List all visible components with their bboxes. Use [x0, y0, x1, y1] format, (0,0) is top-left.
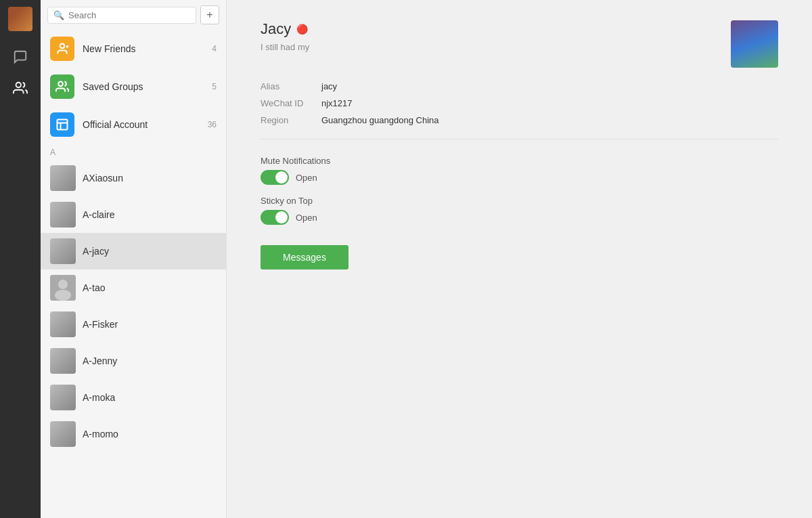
info-section: Alias jacy WeChat ID njx1217 Region Guan… [261, 81, 778, 139]
official-account-icon [50, 112, 74, 137]
contact-panel: 🔍 + New Friends 4 Saved Groups 5 [41, 0, 227, 518]
contact-name-afisker: A-Fisker [83, 319, 118, 330]
profile-photo [731, 20, 778, 68]
mute-toggle-switch[interactable] [261, 170, 289, 185]
contact-item-aclaire[interactable]: A-claire [41, 196, 226, 233]
sticky-title: Sticky on Top [261, 196, 778, 206]
avatar-axiaosun [50, 165, 76, 191]
saved-groups-icon [50, 74, 74, 99]
mute-toggle-inner: Open [261, 170, 778, 185]
saved-groups-badge: 5 [212, 82, 217, 91]
region-value: Guangzhou guangdong China [321, 115, 438, 125]
toggle-section: Mute Notifications Open Sticky on Top Op… [261, 156, 778, 225]
alias-value: jacy [321, 81, 337, 91]
svg-point-4 [58, 82, 63, 87]
mute-title: Mute Notifications [261, 156, 778, 166]
new-friends-item[interactable]: New Friends 4 [41, 30, 226, 68]
add-button[interactable]: + [200, 5, 219, 24]
svg-rect-5 [58, 120, 68, 130]
search-input-wrap[interactable]: 🔍 [47, 7, 196, 24]
contact-item-axiaosun[interactable]: AXiaosun [41, 160, 226, 196]
svg-point-9 [58, 280, 68, 289]
chat-nav-button[interactable] [8, 45, 32, 69]
official-account-badge: 36 [208, 120, 217, 129]
svg-point-10 [55, 290, 71, 301]
region-row: Region Guangzhou guangdong China [261, 115, 778, 125]
alias-label: Alias [261, 81, 321, 91]
saved-groups-label: Saved Groups [83, 81, 204, 92]
svg-point-1 [60, 44, 65, 49]
avatar-atao [50, 275, 76, 301]
avatar-aclaire [50, 202, 76, 228]
official-account-item[interactable]: Official Account 36 [41, 106, 226, 144]
contact-item-amoka[interactable]: A-moka [41, 379, 226, 416]
new-friends-badge: 4 [212, 44, 217, 53]
new-friends-icon [50, 37, 74, 61]
search-icon: 🔍 [53, 10, 64, 20]
contact-item-ajacy[interactable]: A-jacy [41, 233, 226, 269]
profile-name-row: Jacy 🔴 [261, 20, 309, 38]
contacts-nav-button[interactable] [8, 76, 32, 100]
mute-toggle-row: Mute Notifications Open [261, 156, 778, 185]
wechatid-label: WeChat ID [261, 98, 321, 108]
profile-status: I still had my [261, 42, 309, 52]
sticky-toggle-inner: Open [261, 210, 778, 225]
messages-button[interactable]: Messages [261, 245, 348, 269]
contact-name-amomo: A-momo [83, 429, 118, 439]
contact-name-amoka: A-moka [83, 392, 115, 403]
svg-point-0 [16, 83, 21, 87]
nav-bar [0, 0, 41, 518]
contact-item-amomo[interactable]: A-momo [41, 416, 226, 452]
contact-item-atau[interactable]: A-tao [41, 269, 226, 306]
detail-panel: Jacy 🔴 I still had my Alias jacy WeChat … [227, 0, 812, 518]
online-status-icon: 🔴 [296, 24, 308, 35]
contact-name-axiaosun: AXiaosun [83, 173, 123, 184]
sticky-toggle-status: Open [296, 213, 317, 223]
avatar-afisker [50, 311, 76, 337]
sticky-toggle-row: Sticky on Top Open [261, 196, 778, 225]
contact-name-atau: A-tao [83, 282, 105, 293]
sticky-toggle-switch[interactable] [261, 210, 289, 225]
search-input[interactable] [68, 10, 190, 20]
avatar-ajacy [50, 238, 76, 264]
region-label: Region [261, 115, 321, 125]
wechatid-row: WeChat ID njx1217 [261, 98, 778, 108]
contact-item-ajenny[interactable]: A-Jenny [41, 343, 226, 379]
avatar-amoka [50, 385, 76, 410]
contact-name-ajacy: A-jacy [83, 246, 109, 257]
alias-row: Alias jacy [261, 81, 778, 91]
official-account-label: Official Account [83, 119, 200, 130]
contact-item-afisker[interactable]: A-Fisker [41, 306, 226, 343]
contact-name-aclaire: A-claire [83, 209, 114, 220]
search-bar: 🔍 + [41, 0, 226, 30]
profile-name: Jacy [261, 20, 291, 38]
contacts-list: A AXiaosun A-claire A-jacy A-tao A-Fiske… [41, 144, 226, 518]
mute-toggle-status: Open [296, 173, 317, 183]
avatar-amomo [50, 421, 76, 447]
wechatid-value: njx1217 [321, 98, 353, 108]
new-friends-label: New Friends [83, 43, 204, 54]
user-avatar[interactable] [8, 7, 32, 31]
group-header-a: A [41, 144, 226, 160]
saved-groups-item[interactable]: Saved Groups 5 [41, 68, 226, 106]
profile-header: Jacy 🔴 I still had my [261, 20, 778, 68]
contact-name-ajenny: A-Jenny [83, 355, 117, 366]
avatar-ajenny [50, 348, 76, 374]
profile-info: Jacy 🔴 I still had my [261, 20, 309, 52]
